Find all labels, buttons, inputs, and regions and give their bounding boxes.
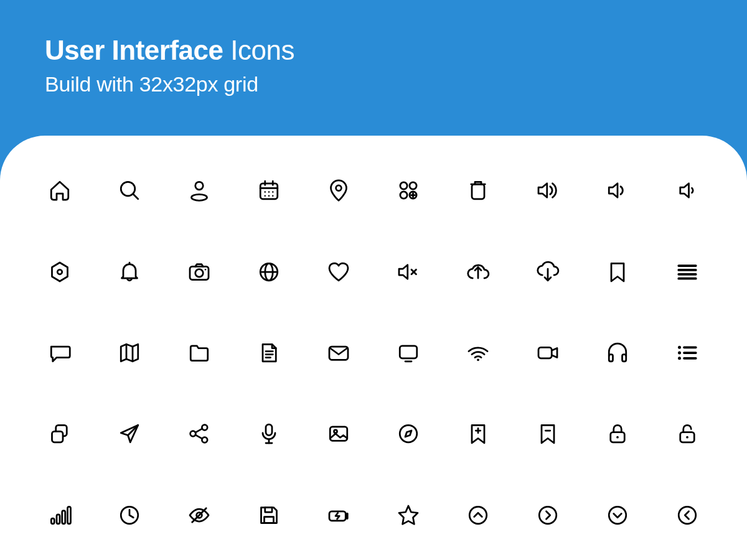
- svg-point-70: [400, 426, 417, 443]
- svg-point-16: [410, 182, 416, 189]
- folder-icon: [186, 339, 213, 366]
- svg-point-3: [192, 194, 207, 200]
- eye-off-icon: [186, 502, 213, 529]
- svg-point-23: [57, 269, 62, 274]
- svg-rect-50: [622, 354, 626, 361]
- svg-point-77: [686, 436, 688, 439]
- chevron-left-circle-icon: [674, 502, 701, 529]
- bookmark-remove-icon: [534, 420, 561, 447]
- svg-point-89: [469, 506, 487, 524]
- menu-lines-icon: [674, 258, 701, 286]
- mail-icon: [325, 339, 352, 366]
- document-icon: [255, 339, 283, 366]
- svg-rect-21: [472, 184, 484, 199]
- svg-point-55: [678, 357, 681, 360]
- svg-point-8: [265, 191, 266, 193]
- share-icon: [186, 420, 213, 447]
- cloud-upload-icon: [464, 258, 492, 286]
- svg-point-90: [539, 506, 557, 524]
- svg-line-63: [195, 429, 202, 432]
- battery-charging-icon: [325, 502, 352, 529]
- svg-point-2: [195, 182, 204, 190]
- svg-point-26: [195, 269, 204, 277]
- svg-line-1: [133, 194, 138, 199]
- copy-icon: [46, 420, 73, 447]
- volume-mute-icon: [395, 258, 422, 286]
- monitor-icon: [395, 339, 422, 366]
- home-icon: [46, 177, 73, 204]
- svg-point-27: [205, 269, 207, 271]
- svg-point-92: [679, 506, 696, 524]
- page-subtitle: Build with 32x32px grid: [45, 72, 702, 96]
- svg-point-9: [268, 191, 270, 193]
- bookmark-add-icon: [464, 420, 492, 447]
- chevron-down-circle-icon: [604, 502, 631, 529]
- svg-point-15: [400, 182, 407, 189]
- clock-icon: [116, 502, 143, 529]
- svg-rect-80: [62, 510, 65, 523]
- svg-point-75: [616, 436, 619, 439]
- star-icon: [395, 502, 422, 529]
- svg-rect-65: [266, 424, 272, 436]
- user-icon: [186, 177, 213, 204]
- svg-point-12: [268, 195, 270, 197]
- settings-hex-icon: [46, 258, 73, 286]
- location-pin-icon: [325, 177, 352, 204]
- svg-rect-58: [52, 432, 63, 443]
- svg-point-51: [678, 346, 681, 349]
- cloud-download-icon: [534, 258, 561, 286]
- svg-rect-45: [400, 346, 417, 358]
- headphones-icon: [604, 339, 631, 366]
- svg-point-53: [678, 351, 681, 354]
- search-icon: [116, 177, 143, 204]
- title-light: Icons: [223, 35, 294, 65]
- svg-point-13: [272, 195, 274, 197]
- svg-point-47: [477, 358, 479, 361]
- apps-add-icon: [395, 177, 422, 204]
- svg-rect-49: [609, 354, 613, 361]
- chevron-right-circle-icon: [534, 502, 561, 529]
- heart-icon: [325, 258, 352, 286]
- svg-point-11: [265, 195, 266, 197]
- save-icon: [255, 502, 283, 529]
- svg-rect-85: [265, 516, 274, 523]
- svg-point-91: [609, 506, 626, 524]
- svg-point-14: [336, 185, 342, 191]
- lock-icon: [604, 420, 631, 447]
- svg-point-17: [400, 192, 407, 198]
- volume-low-icon: [674, 177, 701, 204]
- volume-high-icon: [534, 177, 561, 204]
- signal-bars-icon: [46, 502, 73, 529]
- svg-rect-68: [330, 427, 347, 441]
- svg-point-69: [334, 430, 337, 433]
- volume-medium-icon: [604, 177, 631, 204]
- title-bold: User Interface: [45, 35, 223, 65]
- trash-icon: [464, 177, 492, 204]
- svg-rect-86: [265, 507, 272, 512]
- page-title: User Interface Icons: [45, 35, 702, 66]
- icon-grid: [44, 170, 703, 535]
- unlock-icon: [674, 420, 701, 447]
- globe-icon: [255, 258, 283, 286]
- compass-icon: [395, 420, 422, 447]
- header: User Interface Icons Build with 32x32px …: [0, 0, 747, 96]
- calendar-icon: [255, 177, 283, 204]
- send-icon: [116, 420, 143, 447]
- svg-rect-78: [51, 518, 54, 524]
- wifi-icon: [464, 339, 492, 366]
- chevron-up-circle-icon: [464, 502, 492, 529]
- icon-panel: [0, 136, 747, 560]
- bookmark-icon: [604, 258, 631, 286]
- chat-icon: [46, 339, 73, 366]
- image-icon: [325, 420, 352, 447]
- video-camera-icon: [534, 339, 561, 366]
- svg-rect-48: [538, 347, 552, 358]
- camera-icon: [186, 258, 213, 286]
- bell-icon: [116, 258, 143, 286]
- microphone-icon: [255, 420, 283, 447]
- svg-point-10: [272, 191, 274, 193]
- map-icon: [116, 339, 143, 366]
- list-bullets-icon: [674, 339, 701, 366]
- svg-rect-79: [57, 515, 60, 524]
- svg-rect-81: [68, 506, 71, 524]
